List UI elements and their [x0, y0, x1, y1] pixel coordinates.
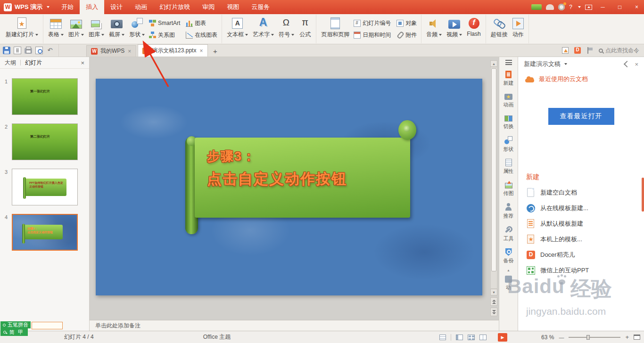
slide-thumbnail-1[interactable]: 1 第一张幻灯片 — [5, 78, 89, 115]
relation-chart-button[interactable]: 关系图 — [147, 31, 182, 40]
sidebar-scroll-up-icon[interactable]: ▲ — [507, 268, 510, 273]
picture-button[interactable]: 图片 — [66, 15, 86, 43]
previous-slide-button[interactable] — [490, 297, 497, 306]
panel-close-icon[interactable]: × — [81, 59, 84, 66]
notes-bar[interactable]: 单击此处添加备注 — [90, 320, 499, 331]
menu-tab-insert[interactable]: 插入 — [80, 0, 104, 14]
collapse-ribbon-icon[interactable] — [585, 5, 592, 10]
thumb-canvas-3[interactable]: PPT如何给幻灯片插入自定义动作按钮 — [12, 169, 78, 205]
slide-canvas-area[interactable]: 步骤3： 点击自定义动作按钮 ▲ ▼ — [90, 57, 499, 320]
formula-button[interactable]: 公式 — [297, 15, 314, 43]
canvas-scrollbar[interactable]: ▲ ▼ — [490, 60, 497, 316]
tab-close-icon[interactable]: × — [199, 48, 203, 54]
save-icon[interactable] — [3, 47, 10, 54]
flash-button[interactable]: Flash — [464, 15, 483, 43]
menu-tab-view[interactable]: 视图 — [221, 0, 245, 14]
chart-button[interactable]: 图表 — [184, 19, 219, 28]
thumb-canvas-4[interactable]: 步骤3： 点击自定义动作按钮 — [12, 214, 78, 251]
menu-tab-review[interactable]: 审阅 — [196, 0, 221, 14]
tab-close-icon[interactable]: × — [127, 48, 132, 55]
menu-tab-animation[interactable]: 动画 — [129, 0, 153, 14]
ime-mode-2[interactable]: 甲 — [18, 329, 23, 336]
settings-gear-icon[interactable] — [558, 4, 565, 10]
sidebar-item-tools[interactable]: 工具 — [499, 223, 518, 245]
scroll-down-button[interactable]: ▼ — [490, 289, 497, 295]
close-button[interactable]: × — [630, 0, 643, 14]
scrollbar-track[interactable] — [490, 67, 497, 289]
zoom-in-button[interactable]: + — [625, 334, 629, 341]
print-preview-icon[interactable] — [35, 47, 43, 54]
item-new-blank-doc[interactable]: 新建空白文档 — [518, 185, 644, 200]
hyperlink-button[interactable]: 超链接 — [488, 15, 510, 43]
action-button[interactable]: 动作 — [510, 15, 526, 43]
pane-scrollbar-thumb[interactable] — [642, 178, 644, 212]
sidebar-item-recommend[interactable]: 推荐 — [499, 200, 518, 223]
shape-button[interactable]: 形状 — [127, 15, 147, 43]
sidebar-item-backup[interactable]: 备份 — [499, 245, 518, 268]
minimize-button[interactable]: ─ — [596, 0, 609, 14]
sidebar-item-animation[interactable]: 动画 — [499, 90, 518, 112]
header-footer-button[interactable]: 页眉和页脚 — [319, 15, 352, 43]
chevron-down-icon[interactable] — [564, 63, 567, 65]
help-icon[interactable]: ? — [569, 4, 572, 10]
slide-sorter-view-icon[interactable] — [468, 335, 475, 340]
item-local-templates[interactable]: 本机上的模板... — [518, 231, 644, 247]
export-icon[interactable] — [14, 47, 21, 54]
slide-thumbnail-3[interactable]: 3 PPT如何给幻灯片插入自定义动作按钮 — [5, 169, 89, 205]
print-icon[interactable] — [25, 48, 32, 54]
command-search[interactable]: 点此查找命令 — [599, 47, 639, 55]
recent-cloud-docs[interactable]: 最近使用的云文档 — [518, 71, 644, 87]
help-caret-icon[interactable] — [578, 6, 581, 8]
pane-close-icon[interactable]: × — [635, 61, 638, 68]
tab-presentation-doc[interactable]: 演示文稿123.pptx × — [138, 44, 208, 57]
ime-toolbar[interactable]: 五笔拼音 简 甲 — [0, 321, 31, 336]
fit-window-icon[interactable] — [634, 335, 640, 340]
audio-button[interactable]: 音频 — [424, 15, 444, 43]
slide-thumbnail-4-selected[interactable]: 4 步骤3： 点击自定义动作按钮 — [5, 214, 89, 251]
menu-tab-cloud[interactable]: 云服务 — [245, 0, 276, 14]
sidebar-item-new[interactable]: 新建 — [499, 68, 518, 90]
tab-outline[interactable]: 大纲 — [5, 59, 16, 67]
tab-slides[interactable]: 幻灯片 — [25, 59, 42, 67]
docer-icon[interactable] — [574, 47, 581, 54]
skin-icon[interactable] — [546, 4, 554, 10]
thumb-canvas-1[interactable]: 第一张幻灯片 — [12, 78, 78, 115]
next-slide-button[interactable] — [490, 308, 497, 316]
sidebar-menu-icon[interactable] — [505, 60, 512, 65]
sidebar-item-transition[interactable]: 切换 — [499, 112, 518, 133]
item-new-from-default-template[interactable]: 从默认模板新建 — [518, 216, 644, 231]
undo-icon[interactable]: ↶ — [46, 47, 54, 54]
symbol-button[interactable]: 符号 — [276, 15, 297, 43]
play-slideshow-button[interactable]: ▶ — [498, 333, 507, 342]
gallery-button[interactable]: 图库 — [86, 15, 107, 43]
menu-tab-slideshow[interactable]: 幻灯片放映 — [153, 0, 196, 14]
scroll-up-button[interactable]: ▲ — [490, 60, 497, 67]
theme-name[interactable]: Office 主题 — [203, 333, 231, 341]
new-tab-button[interactable]: + — [209, 45, 221, 57]
textbox-button[interactable]: 文本框 — [224, 15, 250, 43]
new-slide-button[interactable]: 新建幻灯片 — [3, 15, 41, 43]
member-promo-icon[interactable] — [531, 4, 542, 10]
ime-mode-row[interactable]: 简 甲 — [0, 328, 28, 336]
item-docer[interactable]: Docer稻壳儿 — [518, 247, 644, 262]
maximize-button[interactable]: □ — [613, 0, 626, 14]
share-icon[interactable] — [562, 47, 569, 54]
online-chart-button[interactable]: 在线图表 — [184, 31, 219, 40]
ime-mode-simplified[interactable]: 简 — [9, 329, 15, 336]
thumb-canvas-2[interactable]: 第二张幻灯片 — [12, 123, 78, 160]
attachment-button[interactable]: 附件 — [395, 31, 419, 40]
item-wechat-interactive-ppt[interactable]: 微信上的互动PPT — [518, 262, 644, 278]
slide-text[interactable]: 步骤3： 点击自定义动作按钮 — [207, 146, 347, 191]
menu-tab-home[interactable]: 开始 — [55, 0, 80, 14]
wordart-button[interactable]: 艺术字 — [250, 15, 276, 43]
scroll-shape-right-roll[interactable] — [398, 120, 416, 140]
smartart-button[interactable]: SmartArt — [147, 19, 182, 28]
object-button[interactable]: 对象 — [395, 19, 419, 28]
reading-view-icon[interactable] — [479, 335, 487, 340]
slide-number-button[interactable]: 幻灯片编号 — [352, 19, 393, 28]
app-logo-menu[interactable]: WPS 演示 — [0, 0, 55, 14]
sidebar-item-shape[interactable]: 形状 — [499, 133, 518, 156]
item-new-from-online-template[interactable]: 从在线模板新建... — [518, 200, 644, 216]
scrollbar-thumb[interactable] — [491, 68, 496, 271]
pane-expand-icon[interactable] — [624, 61, 630, 67]
